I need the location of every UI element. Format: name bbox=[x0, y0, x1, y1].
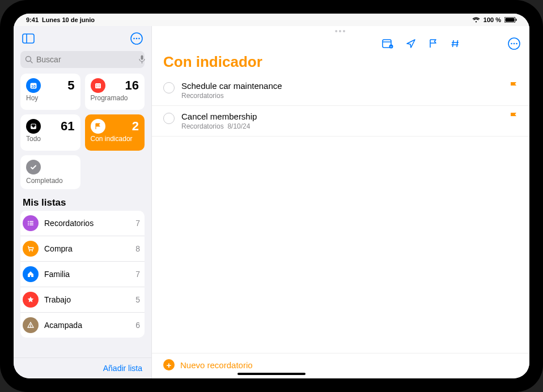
status-bar: 9:41 Lunes 10 de junio 100 % bbox=[14, 14, 529, 26]
list-item-count: 7 bbox=[135, 270, 142, 279]
status-date: Lunes 10 de junio bbox=[42, 16, 95, 23]
svg-point-21 bbox=[99, 86, 100, 87]
list-item-name: Familia bbox=[44, 270, 130, 279]
search-icon bbox=[25, 56, 33, 63]
svg-point-18 bbox=[99, 84, 100, 85]
search-field[interactable] bbox=[20, 51, 145, 68]
list-item[interactable]: Familia 7 bbox=[20, 262, 145, 287]
svg-line-10 bbox=[31, 61, 32, 63]
svg-point-16 bbox=[96, 84, 96, 85]
reminders-list: Schedule car maintenance Recordatorios bbox=[152, 75, 529, 353]
cart-icon bbox=[23, 241, 39, 257]
battery-icon bbox=[504, 17, 517, 23]
scheduled-count: 16 bbox=[125, 78, 139, 93]
new-reminder-label: Nuevo recordatorio bbox=[180, 360, 253, 370]
smart-list-scheduled[interactable]: 16 Programado bbox=[85, 74, 145, 110]
reminder-list-name: Recordatorios bbox=[181, 122, 224, 130]
svg-text:+: + bbox=[391, 45, 392, 48]
svg-point-29 bbox=[32, 250, 33, 252]
reminder-list-name: Recordatorios bbox=[181, 92, 224, 100]
reminder-row[interactable]: Schedule car maintenance Recordatorios bbox=[152, 75, 529, 106]
list-item-name: Recordatorios bbox=[44, 219, 130, 228]
smart-list-today[interactable]: 10 5 Hoy bbox=[20, 74, 80, 110]
list-item[interactable]: Compra 8 bbox=[20, 236, 145, 262]
svg-text:10: 10 bbox=[31, 84, 36, 88]
reminder-row[interactable]: Cancel membership Recordatorios 8/10/24 bbox=[152, 106, 529, 137]
svg-point-20 bbox=[97, 86, 98, 87]
inbox-icon bbox=[26, 119, 41, 134]
list-item[interactable]: Trabajo 5 bbox=[20, 287, 145, 313]
checkmark-icon bbox=[26, 160, 41, 174]
list-item[interactable]: Acampada 6 bbox=[20, 313, 145, 338]
svg-rect-23 bbox=[29, 221, 33, 221]
flag-button[interactable] bbox=[429, 39, 438, 49]
smart-list-all[interactable]: 61 Todo bbox=[20, 114, 80, 151]
svg-point-39 bbox=[511, 43, 512, 45]
all-count: 61 bbox=[61, 119, 74, 134]
smart-list-completed[interactable]: Completado bbox=[20, 155, 80, 189]
reminder-title: Schedule car maintenance bbox=[181, 81, 502, 91]
svg-rect-2 bbox=[516, 19, 517, 21]
star-icon bbox=[23, 292, 39, 308]
today-count: 5 bbox=[67, 78, 74, 93]
drag-handle-icon[interactable]: ••• bbox=[152, 26, 529, 36]
flag-icon bbox=[91, 119, 105, 134]
list-item-count: 7 bbox=[135, 219, 142, 228]
calendar-grid-icon bbox=[91, 78, 105, 93]
svg-point-19 bbox=[96, 86, 96, 87]
svg-point-41 bbox=[516, 43, 517, 45]
list-item-name: Trabajo bbox=[44, 295, 130, 304]
svg-rect-27 bbox=[29, 224, 33, 225]
flagged-label: Con indicador bbox=[91, 135, 139, 143]
svg-rect-11 bbox=[141, 56, 143, 60]
svg-point-40 bbox=[514, 43, 515, 45]
mic-icon[interactable] bbox=[139, 55, 145, 64]
main-more-button[interactable] bbox=[508, 37, 520, 50]
svg-point-17 bbox=[97, 84, 98, 85]
wifi-icon bbox=[472, 17, 480, 23]
svg-point-28 bbox=[29, 250, 30, 252]
svg-rect-1 bbox=[506, 18, 515, 22]
my-lists-header: Mis listas bbox=[14, 189, 151, 211]
svg-rect-3 bbox=[23, 34, 34, 43]
smart-list-flagged[interactable]: 2 Con indicador bbox=[85, 114, 145, 151]
list-item[interactable]: Recordatorios 7 bbox=[20, 211, 145, 236]
my-lists: Recordatorios 7 Compra 8 F bbox=[14, 211, 151, 357]
home-indicator[interactable] bbox=[237, 373, 306, 375]
search-input[interactable] bbox=[36, 55, 135, 64]
svg-point-26 bbox=[28, 224, 29, 225]
reminder-checkbox[interactable] bbox=[163, 82, 175, 93]
list-item-name: Acampada bbox=[44, 321, 130, 330]
today-label: Hoy bbox=[26, 94, 75, 102]
main-panel: ••• + bbox=[152, 26, 529, 378]
reminder-flag-icon[interactable] bbox=[509, 81, 518, 91]
all-label: Todo bbox=[26, 135, 75, 143]
list-item-name: Compra bbox=[44, 244, 130, 253]
reminder-date: 8/10/24 bbox=[227, 122, 250, 130]
list-icon bbox=[23, 215, 39, 231]
add-list-button[interactable]: Añadir lista bbox=[14, 357, 151, 378]
reminder-checkbox[interactable] bbox=[163, 113, 175, 124]
calendar-badge-button[interactable]: + bbox=[382, 39, 393, 49]
completed-label: Completado bbox=[26, 177, 75, 185]
list-item-count: 5 bbox=[135, 295, 142, 304]
scheduled-label: Programado bbox=[91, 94, 139, 102]
svg-line-34 bbox=[453, 40, 454, 47]
svg-rect-25 bbox=[29, 223, 33, 223]
svg-rect-15 bbox=[95, 83, 101, 88]
reminder-title: Cancel membership bbox=[181, 112, 502, 121]
list-item-count: 6 bbox=[135, 321, 142, 330]
status-time: 9:41 bbox=[26, 16, 39, 23]
toggle-sidebar-button[interactable] bbox=[20, 31, 36, 46]
new-reminder-button[interactable]: + Nuevo recordatorio bbox=[152, 353, 529, 378]
tag-button[interactable] bbox=[450, 39, 460, 49]
sidebar: 10 5 Hoy 16 Programado bbox=[14, 26, 152, 378]
reminder-flag-icon[interactable] bbox=[509, 112, 518, 122]
svg-point-22 bbox=[28, 221, 29, 222]
location-button[interactable] bbox=[406, 39, 416, 49]
page-title: Con indicador bbox=[152, 50, 529, 75]
more-options-button[interactable] bbox=[129, 31, 145, 46]
plus-icon: + bbox=[163, 359, 175, 370]
svg-point-8 bbox=[138, 38, 140, 40]
flagged-count: 2 bbox=[132, 119, 139, 134]
